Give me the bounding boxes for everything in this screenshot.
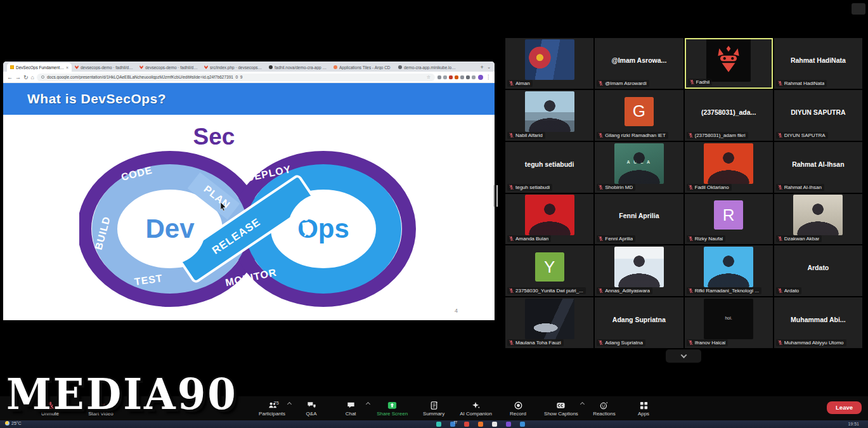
- taskbar-app-icon[interactable]: [436, 422, 441, 427]
- participant-tile[interactable]: Rahmat HadiNata Rahmat HadiNata: [774, 38, 862, 89]
- profile-avatar[interactable]: [478, 75, 483, 80]
- slide-title: What is DevSecOps?: [27, 91, 166, 107]
- taskbar-app-icon[interactable]: 77: [450, 422, 455, 427]
- taskbar-app-icon[interactable]: [478, 422, 483, 427]
- browser-tab[interactable]: src/index.php · devsecops-demo - d...: [201, 63, 266, 72]
- participant-tile[interactable]: teguh setiabudi teguh setiabudi: [505, 142, 593, 193]
- extension-icon[interactable]: [466, 75, 470, 79]
- toolbar-item[interactable]: Reactions: [591, 401, 618, 417]
- participant-tile[interactable]: Muhammad Abi... Muhammad Abiyyu Utomo: [774, 297, 862, 348]
- participant-name-label: Ifranov Haical: [695, 340, 726, 346]
- participant-tile[interactable]: Nabil Alfarid: [505, 90, 593, 141]
- participant-tile[interactable]: Fadhil: [685, 38, 773, 89]
- participant-tile[interactable]: Amanda Bulan: [505, 194, 593, 245]
- muted-mic-icon: [508, 81, 514, 86]
- windows-taskbar[interactable]: 25°C 77 19:51: [0, 420, 868, 428]
- toolbar-item-icon: [346, 401, 356, 410]
- toolbar-item-badge: 75: [274, 400, 279, 406]
- site-info-icon[interactable]: [41, 75, 44, 79]
- extension-icon[interactable]: [443, 75, 447, 79]
- participant-avatar: [525, 91, 574, 132]
- participant-name-label: Aiman: [515, 81, 530, 86]
- weather-widget[interactable]: 25°C: [5, 421, 22, 425]
- participant-tile[interactable]: @Imam Asrowa... @Imam Asrowardi: [595, 38, 683, 89]
- participant-name-tag: Ifranov Haical: [687, 339, 729, 346]
- participant-name-label: Ardato: [784, 288, 800, 294]
- address-bar[interactable]: docs.google.com/presentation/d/1HkLQAeEB…: [37, 74, 435, 81]
- taskbar-app-icon[interactable]: [464, 422, 469, 427]
- participant-tile[interactable]: (23758031)_ada... (23758031)_adam fikri: [685, 90, 773, 141]
- participant-tile[interactable]: A U L A Shobirin MD: [595, 142, 683, 193]
- browser-tab[interactable]: Applications Tiles - Argo CD: [330, 63, 395, 72]
- extension-icon[interactable]: [455, 75, 458, 79]
- browser-tab[interactable]: devsecops-demo · fadhil/demo - G: [136, 63, 201, 72]
- extension-icon[interactable]: [472, 75, 476, 79]
- participant-tile[interactable]: Dzakwan Akbar: [774, 194, 862, 245]
- participant-tile[interactable]: hoi. Ifranov Haical: [685, 297, 773, 348]
- participant-display-name: @Imam Asrowa...: [607, 56, 670, 64]
- extension-icon[interactable]: [449, 75, 453, 79]
- browser-tab[interactable]: devsecops-demo · fadhil/de...: [72, 63, 136, 72]
- participant-name-label: Adang Supriatna: [605, 340, 643, 346]
- participant-tile[interactable]: Y 23758030_Yunita Dwi putri_...: [505, 245, 593, 296]
- participant-tile[interactable]: Fadil Oktariano: [685, 142, 773, 193]
- participant-tile[interactable]: Maulana Toha Fauzi: [505, 297, 593, 348]
- toolbar-item[interactable]: Apps: [630, 401, 657, 417]
- participant-name-label: DIYUN SAPUTRA: [784, 133, 826, 138]
- tab-favicon-icon: [204, 65, 208, 69]
- toolbar-item[interactable]: Share Screen: [377, 401, 408, 417]
- taskbar-app-icon[interactable]: [492, 422, 497, 427]
- tab-close-icon[interactable]: ×: [66, 65, 68, 70]
- participant-display-name: Adang Supriatna: [609, 316, 670, 323]
- bookmark-star-icon[interactable]: ☆: [427, 75, 431, 80]
- participant-avatar: A U L A: [614, 143, 664, 184]
- taskbar-app-icon[interactable]: [506, 422, 511, 427]
- participant-tile[interactable]: R Rizky Naufal: [685, 194, 773, 245]
- participant-tile[interactable]: Rifki Ramadani_Teknologi ...: [685, 245, 773, 296]
- participant-tile[interactable]: Adang Supriatna Adang Supriatna: [595, 297, 683, 348]
- reload-icon[interactable]: ↻: [23, 72, 29, 83]
- leave-button[interactable]: Leave: [827, 401, 862, 414]
- participant-tile[interactable]: Ardato Ardato: [774, 245, 862, 296]
- back-icon[interactable]: ←: [7, 72, 13, 83]
- home-icon[interactable]: ⌂: [31, 72, 34, 83]
- extension-icon[interactable]: [460, 75, 464, 79]
- toolbar-item[interactable]: Q&A: [298, 401, 325, 417]
- participant-tile[interactable]: DIYUN SAPUTRA DIYUN SAPUTRA: [774, 90, 862, 141]
- toolbar-item[interactable]: Show Captions: [544, 401, 578, 417]
- participant-avatar: [614, 247, 664, 287]
- toolbar-item[interactable]: Record: [505, 401, 531, 417]
- toolbar-item-chevron-icon[interactable]: [287, 401, 292, 406]
- participant-name-label: teguh setiabudi: [515, 185, 550, 190]
- tab-title: fadhil.nova/demo-cra-app gew: [275, 65, 327, 70]
- panel-drag-handle[interactable]: [493, 185, 498, 207]
- tab-search-chevron-icon[interactable]: ⌄: [487, 63, 491, 72]
- browser-menu-icon[interactable]: ⋮: [486, 74, 491, 80]
- participant-tile[interactable]: Fenni Aprilia Fenni Aprilia: [595, 194, 683, 245]
- browser-tab[interactable]: fadhil.nova/demo-cra-app gew: [266, 63, 330, 72]
- avatar-caption: A U L A: [614, 160, 664, 164]
- participant-name-label: Fadil Oktariano: [695, 185, 729, 190]
- muted-mic-icon: [777, 288, 783, 294]
- taskbar-app-icon[interactable]: [520, 422, 525, 427]
- forward-icon[interactable]: →: [15, 72, 21, 83]
- browser-tab[interactable]: demo-cra-app.minikube.local: [395, 63, 460, 72]
- participant-tile[interactable]: Aiman: [505, 38, 593, 89]
- participant-tile[interactable]: Annas_Adityaswara: [595, 245, 683, 296]
- view-button[interactable]: [852, 3, 865, 15]
- toolbar-item-chevron-icon[interactable]: [580, 401, 585, 406]
- extension-icon[interactable]: [437, 75, 441, 79]
- toolbar-item[interactable]: 75 Participants: [259, 401, 285, 417]
- toolbar-item-chevron-icon[interactable]: [366, 401, 370, 406]
- toolbar-item[interactable]: AI Companion: [460, 401, 492, 417]
- participant-tile[interactable]: Rahmat Al-Ihsan Rahmat Al-Ihsan: [774, 142, 862, 193]
- participant-tile[interactable]: G Gilang rizki Ramadhan IET: [595, 90, 683, 141]
- toolbar-item[interactable]: Summary: [420, 401, 447, 417]
- collapse-gallery-button[interactable]: [666, 349, 701, 363]
- new-tab-button[interactable]: +: [478, 63, 486, 71]
- toolbar-item[interactable]: Chat: [337, 401, 364, 417]
- participant-name-tag: Fadhil: [688, 79, 713, 86]
- participant-avatar: [525, 299, 574, 339]
- browser-tab[interactable]: DevSecOps Fundamentals - G ×: [7, 63, 72, 72]
- participant-display-name: Ardato: [803, 264, 832, 271]
